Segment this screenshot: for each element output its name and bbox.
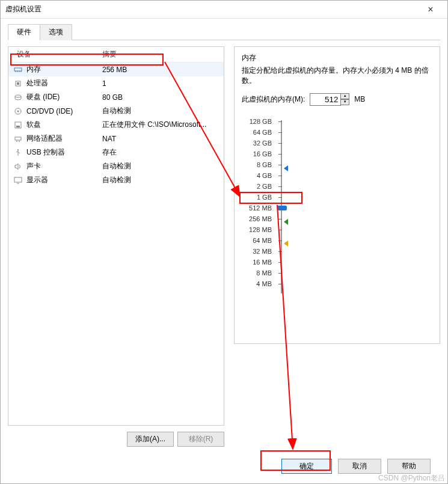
spin-up-icon[interactable]: ▲: [340, 93, 349, 99]
network-icon: [13, 135, 23, 143]
device-summary: 自动检测: [102, 161, 219, 171]
svg-rect-6: [17, 82, 19, 85]
slider-tick: 64 GB: [242, 129, 272, 139]
device-row-usb[interactable]: USB 控制器 存在: [8, 146, 224, 159]
svg-rect-11: [16, 126, 20, 127]
slider-tick: 1 GB: [242, 194, 272, 204]
device-name: CD/DVD (IDE): [26, 107, 102, 115]
device-name: 硬盘 (IDE): [26, 92, 102, 102]
floppy-icon: [13, 121, 23, 129]
memory-title: 内存: [242, 53, 432, 63]
slider-tick: 4 MB: [242, 280, 272, 291]
device-summary: 1: [102, 79, 219, 88]
cancel-button[interactable]: 取消: [338, 459, 381, 474]
device-summary: 自动检测: [102, 106, 219, 116]
slider-tick: 8 GB: [242, 161, 272, 172]
device-summary: 正在使用文件 C:\ISO\Microsoft...: [102, 120, 219, 130]
memory-desc: 指定分配给此虚拟机的内存量。内存大小必须为 4 MB 的倍数。: [242, 66, 432, 86]
slider-tick: 32 GB: [242, 139, 272, 150]
device-list: 设备 摘要 内存 256 MB 处理器 1: [8, 46, 224, 426]
device-name: 处理器: [26, 78, 102, 88]
tabs: 硬件 选项: [8, 23, 440, 40]
device-row-network[interactable]: 网络适配器 NAT: [8, 132, 224, 146]
device-row-memory[interactable]: 内存 256 MB: [8, 63, 224, 76]
sound-icon: [13, 162, 23, 171]
svg-point-7: [15, 95, 21, 97]
memory-slider[interactable]: [275, 117, 289, 315]
slider-ticks: 128 GB64 GB32 GB16 GB8 GB4 GB2 GB1 GB512…: [242, 117, 275, 315]
svg-point-9: [17, 110, 19, 112]
slider-tick: 16 GB: [242, 150, 272, 161]
disk-icon: [13, 93, 23, 102]
svg-point-15: [17, 149, 19, 150]
slider-tick: 32 MB: [242, 248, 272, 259]
slider-tick: 8 MB: [242, 269, 272, 280]
memory-icon: [13, 66, 23, 74]
device-summary: 256 MB: [102, 66, 219, 74]
spin-down-icon[interactable]: ▼: [340, 99, 349, 105]
device-row-floppy[interactable]: 软盘 正在使用文件 C:\ISO\Microsoft...: [8, 118, 224, 132]
tab-hardware[interactable]: 硬件: [8, 24, 40, 40]
display-icon: [13, 176, 23, 185]
column-device: 设备: [13, 49, 102, 60]
slider-legend: 最大建议内存 （超出此大小可能发生内存交换。） 6.2 GB 建议内存 256 …: [289, 117, 432, 315]
memory-input[interactable]: [310, 93, 341, 106]
slider-tick: 128 MB: [242, 226, 272, 237]
device-summary: 自动检测: [102, 175, 219, 185]
svg-point-14: [19, 141, 20, 142]
svg-rect-12: [15, 137, 21, 140]
slider-tick: 64 MB: [242, 237, 272, 248]
device-summary: NAT: [102, 135, 219, 143]
memory-label: 此虚拟机的内存(M):: [242, 94, 305, 105]
pointer-min-icon: [284, 240, 288, 247]
slider-tick: 16 MB: [242, 259, 272, 269]
help-button[interactable]: 帮助: [387, 459, 431, 474]
device-name: USB 控制器: [26, 147, 102, 158]
memory-unit: MB: [354, 95, 365, 103]
usb-icon: [13, 149, 23, 157]
device-row-sound[interactable]: 声卡 自动检测: [8, 159, 224, 173]
device-name: 显示器: [26, 175, 102, 185]
tab-options[interactable]: 选项: [40, 24, 72, 40]
watermark: CSDN @Python老吕: [378, 473, 445, 483]
slider-tick: 4 GB: [242, 172, 272, 183]
cd-icon: [13, 107, 23, 115]
column-summary: 摘要: [102, 49, 219, 60]
ok-button[interactable]: 确定: [281, 459, 332, 474]
device-name: 内存: [26, 64, 102, 75]
device-name: 网络适配器: [26, 133, 102, 144]
pointer-max-icon: [284, 165, 288, 171]
svg-point-13: [16, 141, 17, 142]
slider-tick: 2 GB: [242, 183, 272, 194]
slider-tick: 256 MB: [242, 215, 272, 226]
remove-button[interactable]: 移除(R): [177, 432, 224, 447]
slider-tick: 128 GB: [242, 118, 272, 129]
pointer-rec-icon: [284, 219, 288, 225]
svg-rect-16: [14, 177, 22, 182]
close-icon[interactable]: ×: [419, 4, 443, 15]
slider-thumb-icon[interactable]: [277, 206, 287, 210]
add-button[interactable]: 添加(A)...: [127, 432, 174, 447]
device-row-disk[interactable]: 硬盘 (IDE) 80 GB: [8, 90, 224, 104]
device-row-cd[interactable]: CD/DVD (IDE) 自动检测: [8, 104, 224, 118]
device-name: 声卡: [26, 161, 102, 171]
device-summary: 存在: [102, 147, 219, 158]
device-row-display[interactable]: 显示器 自动检测: [8, 173, 224, 187]
slider-tick: 512 MB: [242, 204, 272, 215]
device-name: 软盘: [26, 120, 102, 130]
device-summary: 80 GB: [102, 93, 219, 102]
device-row-cpu[interactable]: 处理器 1: [8, 76, 224, 90]
cpu-icon: [13, 79, 23, 88]
window-title: 虚拟机设置: [5, 4, 419, 14]
svg-rect-0: [14, 68, 22, 71]
